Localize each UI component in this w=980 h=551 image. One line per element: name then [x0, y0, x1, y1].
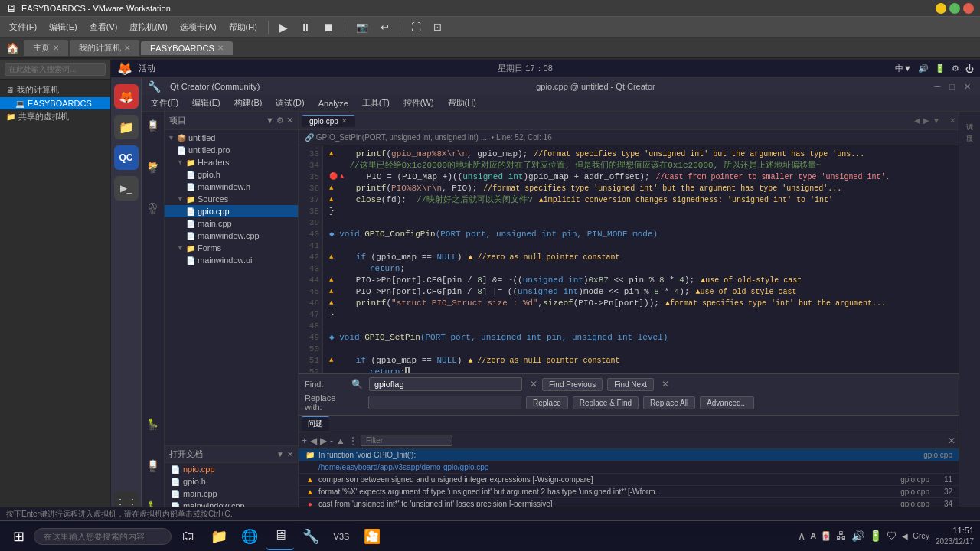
editor-tab-gpio-close[interactable]: ✕: [341, 117, 348, 125]
find-close-btn[interactable]: ✕: [530, 379, 537, 390]
tree-item-shared-vms[interactable]: 📁 共享的虚拟机: [0, 109, 110, 124]
minimize-button[interactable]: [936, 3, 946, 14]
qt-menu-tools[interactable]: 工具(T): [356, 96, 396, 110]
menu-help[interactable]: 帮助(H): [224, 20, 262, 34]
menu-tabs[interactable]: 选项卡(A): [175, 20, 221, 34]
taskbar-app-task-view[interactable]: 🗂: [175, 523, 202, 550]
code-lines-content[interactable]: ▲ printf(gpio_map%8X\r\n, gpio_map); //f…: [323, 145, 959, 373]
qt-menu-analyze[interactable]: Analyze: [312, 97, 354, 109]
tree-mainwindow-cpp[interactable]: 📄 mainwindow.cpp: [165, 230, 298, 242]
qt-proj2-btn[interactable]: 📋: [144, 455, 162, 473]
fullscreen-icon[interactable]: ⛶: [407, 20, 426, 34]
tree-close-icon[interactable]: ✕: [286, 116, 293, 126]
tray-input-icon[interactable]: A: [810, 531, 816, 540]
tab-home-close[interactable]: ✕: [53, 44, 59, 52]
qt-menu-file[interactable]: 文件(F): [145, 96, 185, 110]
input-method-icon[interactable]: 中▼: [895, 63, 912, 74]
tray-grey-icon[interactable]: Grey: [913, 532, 929, 540]
tree-gpio-cpp[interactable]: 📄 gpio.cpp: [165, 205, 298, 217]
nav-forward-icon[interactable]: ▶: [923, 116, 929, 125]
qt-close-button[interactable]: ✕: [961, 82, 974, 92]
qt-class-btn[interactable]: Ⓐ: [144, 197, 162, 216]
tab-home[interactable]: 主页 ✕: [24, 40, 68, 56]
issues-up-icon[interactable]: +: [302, 435, 307, 446]
nav-back-icon[interactable]: ◀: [914, 116, 920, 125]
tab-my-computer-close[interactable]: ✕: [124, 44, 130, 52]
open-file-npio[interactable]: 📄 npio.cpp: [165, 463, 298, 475]
tray-volume-icon[interactable]: 🔊: [851, 530, 864, 542]
tray-network-icon[interactable]: 🖧: [836, 530, 847, 542]
taskbar-app-file-explorer[interactable]: 📁: [205, 523, 233, 550]
dock-icon-terminal[interactable]: ▶_: [114, 176, 139, 201]
settings-icon[interactable]: ⚙: [952, 64, 959, 73]
dock-icon-files[interactable]: 📁: [114, 115, 139, 139]
firefox-icon[interactable]: 🦊: [117, 61, 132, 76]
restore-icon[interactable]: ↩: [376, 20, 394, 34]
tray-arrow-icon[interactable]: ∧: [798, 530, 805, 542]
tab-easyboardcs[interactable]: EASYBOARDCS ✕: [141, 41, 233, 55]
issues-right-icon[interactable]: ▶: [320, 435, 327, 446]
dock-icon-firefox[interactable]: 🦊: [114, 84, 139, 109]
find-next-button[interactable]: Find Next: [607, 378, 654, 391]
qt-menu-debug[interactable]: 调试(D): [270, 96, 310, 110]
issues-collapse-icon[interactable]: -: [330, 435, 333, 446]
qt-menu-edit[interactable]: 编辑(E): [186, 96, 227, 110]
tray-security-icon[interactable]: 🛡: [887, 530, 897, 542]
tree-item-easyboardcs[interactable]: 💻 EASYBOARDCS: [0, 97, 110, 109]
issue-row-warn-1[interactable]: ▲ comparison between signed and unsigned…: [299, 474, 959, 486]
editor-tab-gpio[interactable]: gpio.cpp ✕: [302, 115, 355, 127]
qt-menu-build[interactable]: 构建(B): [228, 96, 269, 110]
dock-icon-qt[interactable]: QC: [114, 145, 139, 170]
issue-row-warn-2[interactable]: ▲ format '%X' expects argument of type '…: [299, 486, 959, 498]
open-files-close-icon[interactable]: ✕: [287, 450, 293, 458]
nav-close-icon[interactable]: ✕: [949, 116, 956, 125]
issue-row-path[interactable]: /home/easyboard/app/v3sapp/demo-gpio/gpi…: [299, 461, 959, 474]
tree-mainwindow-ui[interactable]: 📄 mainwindow.ui: [165, 254, 298, 266]
unity-icon[interactable]: ⊡: [429, 20, 446, 34]
volume-icon[interactable]: 🔊: [918, 64, 929, 73]
issue-row-err[interactable]: ● cast from 'unsigned int*' to 'unsigned…: [299, 498, 959, 507]
menu-vm[interactable]: 虚拟机(M): [125, 20, 172, 34]
activities-label[interactable]: 活动: [139, 63, 155, 74]
qt-menu-help[interactable]: 帮助(H): [442, 96, 482, 110]
tree-forms[interactable]: ▼ 📁 Forms: [165, 242, 298, 254]
pause-icon[interactable]: ⏸: [296, 20, 315, 35]
qt-maximize-button[interactable]: □: [946, 82, 958, 92]
taskbar-app-v3s[interactable]: V3S: [328, 523, 355, 550]
find-input[interactable]: [369, 377, 522, 391]
tree-untitled-pro[interactable]: 📄 untitled.pro: [165, 144, 298, 156]
menu-file[interactable]: 文件(F): [5, 20, 41, 34]
qt-debug-side-btn[interactable]: 🐛: [144, 413, 162, 432]
find-previous-button[interactable]: Find Previous: [542, 378, 603, 391]
qt-minimize-button[interactable]: ─: [932, 82, 944, 92]
maximize-button[interactable]: [949, 3, 960, 14]
tray-ime-icon[interactable]: 🀄: [821, 531, 831, 541]
menu-view[interactable]: 查看(V): [85, 20, 122, 34]
tree-item-my-computer[interactable]: 🖥 我的计算机: [0, 83, 110, 97]
filter-icon[interactable]: ▼: [266, 116, 274, 126]
tree-mainwindow-h[interactable]: 📄 mainwindow.h: [165, 181, 298, 193]
battery-icon[interactable]: 🔋: [935, 64, 946, 73]
menu-edit[interactable]: 编辑(E): [44, 20, 82, 34]
issues-filter-input[interactable]: [361, 435, 452, 446]
snapshot-icon[interactable]: 📷: [351, 20, 373, 34]
tree-headers[interactable]: ▼ 📁 Headers: [165, 156, 298, 168]
tree-settings-icon[interactable]: ⚙: [276, 116, 284, 126]
replace-all-button[interactable]: Replace All: [643, 396, 695, 409]
issues-left-icon[interactable]: ◀: [310, 435, 317, 446]
tray-more-icon[interactable]: ◀: [902, 532, 908, 540]
tree-untitled[interactable]: ▼ 📦 untitled: [165, 132, 298, 144]
issues-expand-icon[interactable]: ⋮: [348, 435, 358, 446]
qt-filesys-btn[interactable]: 📂: [144, 156, 162, 174]
rp-project-btn[interactable]: 项目: [965, 127, 975, 133]
issues-warn-filter-icon[interactable]: ▲: [336, 435, 345, 446]
power-on-icon[interactable]: ▶: [275, 20, 292, 35]
taskbar-app-remote[interactable]: 🔧: [297, 523, 325, 550]
taskbar-app-vmware[interactable]: 🖥: [266, 523, 294, 550]
open-files-filter-icon[interactable]: ▼: [276, 450, 284, 458]
rp-debug-btn[interactable]: 调试: [965, 115, 975, 121]
nav-list-icon[interactable]: ▼: [933, 116, 940, 125]
taskbar-search-input[interactable]: [34, 528, 172, 545]
tree-main-cpp[interactable]: 📄 main.cpp: [165, 217, 298, 230]
tab-easyboardcs-close[interactable]: ✕: [217, 44, 224, 52]
